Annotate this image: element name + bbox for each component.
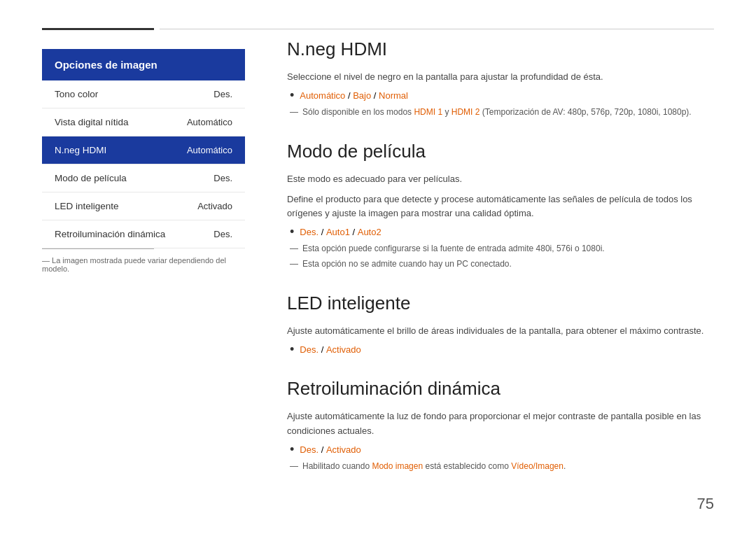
note-part: Habilitado cuando [302, 461, 372, 471]
bullet-dot-retroiluminacion: • [290, 443, 294, 456]
bullet-text-retroiluminacion: Des. / Activado [300, 444, 360, 455]
note-part: Sólo disponible en los modos [302, 107, 414, 117]
bullet-part: / [318, 227, 326, 237]
bullet-text-nneg-hdmi: Automático / Bajo / Normal [300, 90, 408, 101]
bullet-part: Bajo [353, 90, 371, 101]
sidebar: Opciones de imagen Tono colorDes.Vista d… [42, 49, 245, 248]
sidebar-item-value-1: Automático [187, 117, 232, 127]
note-part: (Temporización de AV: 480p, 576p, 720p, … [479, 107, 691, 117]
sidebar-item-value-3: Des. [214, 173, 232, 183]
section-bullet-nneg-hdmi: •Automático / Bajo / Normal [290, 90, 714, 101]
note-dash: — [290, 460, 298, 472]
sidebar-item-4[interactable]: LED inteligenteActivado [42, 192, 245, 220]
sidebar-item-label-4: LED inteligente [55, 201, 119, 211]
section-note-nneg-hdmi-0: —Sólo disponible en los modos HDMI 1 y H… [290, 106, 714, 118]
section-retroiluminacion: Retroiluminación dinámicaAjuste automáti… [287, 378, 714, 472]
section-note-retroiluminacion-0: —Habilitado cuando Modo imagen está esta… [290, 460, 714, 472]
bullet-dot-nneg-hdmi: • [290, 89, 294, 101]
section-desc-nneg-hdmi: Seleccione el nivel de negro en la panta… [287, 70, 714, 85]
top-line-light [160, 29, 714, 29]
section-desc-modo-pelicula-1: Define el producto para que detecte y pr… [287, 192, 714, 222]
bullet-part: / [318, 344, 326, 355]
section-note-modo-pelicula-1: —Esta opción no se admite cuando hay un … [290, 258, 714, 270]
note-text-0: Esta opción puede configurarse si la fue… [302, 242, 605, 255]
section-modo-pelicula: Modo de películaEste modo es adecuado pa… [287, 141, 714, 270]
note-part: Esta opción puede configurarse si la fue… [302, 244, 605, 253]
sidebar-item-label-2: N.neg HDMI [55, 145, 106, 155]
sidebar-item-value-4: Activado [197, 201, 232, 211]
section-bullet-modo-pelicula: •Des. / Auto1 / Auto2 [290, 227, 714, 238]
page-number: 75 [697, 495, 714, 513]
section-title-modo-pelicula: Modo de película [287, 141, 714, 162]
bullet-part: / [345, 90, 353, 101]
sidebar-item-label-5: Retroiluminación dinámica [55, 229, 165, 239]
bullet-part: Auto2 [358, 227, 382, 237]
bullet-part: Automático [300, 90, 345, 101]
note-part: HDMI 2 [451, 107, 480, 117]
top-decorative-lines [42, 28, 714, 30]
bullet-part: Activado [326, 444, 361, 455]
section-desc-retroiluminacion: Ajuste automáticamente la luz de fondo p… [287, 409, 714, 439]
note-part: Esta opción no se admite cuando hay un P… [302, 259, 512, 269]
note-text-1: Esta opción no se admite cuando hay un P… [302, 258, 512, 270]
sidebar-item-value-0: Des. [214, 89, 232, 99]
bullet-text-modo-pelicula: Des. / Auto1 / Auto2 [300, 227, 381, 237]
note-text-0: Habilitado cuando Modo imagen está estab… [302, 460, 566, 472]
bullet-text-led-inteligente: Des. / Activado [300, 344, 360, 355]
section-nneg-hdmi: N.neg HDMISeleccione el nivel de negro e… [287, 38, 714, 118]
note-part: y [442, 107, 451, 117]
sidebar-item-0[interactable]: Tono colorDes. [42, 80, 245, 108]
note-part: . [564, 461, 566, 471]
section-desc-modo-pelicula-0: Este modo es adecuado para ver películas… [287, 172, 714, 187]
sidebar-item-2[interactable]: N.neg HDMIAutomático [42, 136, 245, 164]
sidebar-footer-divider [42, 248, 154, 249]
section-bullet-led-inteligente: •Des. / Activado [290, 344, 714, 356]
note-part: HDMI 1 [414, 107, 442, 117]
sidebar-item-label-1: Vista digital nítida [55, 117, 129, 127]
sidebar-header: Opciones de imagen [42, 49, 245, 80]
note-part: Modo imagen [372, 461, 423, 471]
note-part: Vídeo/Imagen [511, 461, 564, 471]
bullet-part: Des. [300, 227, 318, 237]
section-led-inteligente: LED inteligenteAjuste automáticamente el… [287, 293, 714, 356]
sidebar-footer: — La imagen mostrada puede variar depend… [42, 248, 245, 273]
bullet-dot-modo-pelicula: • [290, 225, 294, 238]
section-desc-led-inteligente: Ajuste automáticamente el brillo de área… [287, 324, 714, 339]
section-title-led-inteligente: LED inteligente [287, 293, 714, 314]
section-title-retroiluminacion: Retroiluminación dinámica [287, 378, 714, 400]
top-line-dark [42, 28, 154, 30]
bullet-dot-led-inteligente: • [290, 343, 294, 356]
bullet-part: Activado [326, 344, 361, 355]
section-title-nneg-hdmi: N.neg HDMI [287, 38, 714, 60]
bullet-part: / [350, 227, 358, 237]
section-note-modo-pelicula-0: —Esta opción puede configurarse si la fu… [290, 242, 714, 255]
bullet-part: Normal [379, 90, 408, 101]
section-bullet-retroiluminacion: •Des. / Activado [290, 444, 714, 456]
bullet-part: / [318, 444, 326, 455]
note-dash: — [290, 242, 298, 255]
sidebar-item-3[interactable]: Modo de películaDes. [42, 164, 245, 192]
note-text-0: Sólo disponible en los modos HDMI 1 y HD… [302, 106, 692, 118]
bullet-part: Des. [300, 344, 318, 355]
sidebar-item-label-3: Modo de película [55, 173, 127, 183]
note-part: está establecido como [423, 461, 511, 471]
note-dash: — [290, 106, 298, 118]
note-dash: — [290, 258, 298, 270]
sidebar-items-container: Tono colorDes.Vista digital nítidaAutomá… [42, 80, 245, 248]
sidebar-item-value-2: Automático [187, 145, 232, 155]
bullet-part: Auto1 [326, 227, 350, 237]
sidebar-footer-note: — La imagen mostrada puede variar depend… [42, 256, 245, 273]
sidebar-item-value-5: Des. [214, 229, 232, 239]
sidebar-item-5[interactable]: Retroiluminación dinámicaDes. [42, 220, 245, 248]
bullet-part: / [371, 90, 379, 101]
sidebar-item-1[interactable]: Vista digital nítidaAutomático [42, 108, 245, 136]
sidebar-item-label-0: Tono color [55, 89, 98, 99]
main-content: N.neg HDMISeleccione el nivel de negro e… [287, 38, 714, 495]
bullet-part: Des. [300, 444, 318, 455]
